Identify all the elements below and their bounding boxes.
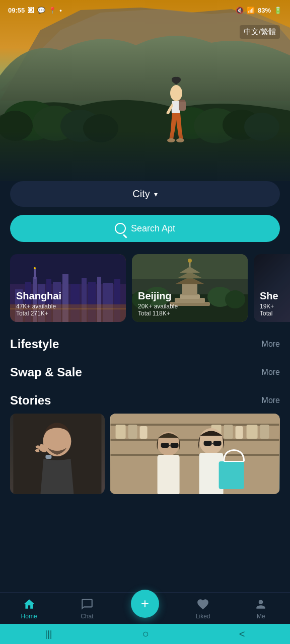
swap-sale-more-button[interactable]: More [262, 368, 280, 377]
stories-section: Stories More [0, 393, 290, 494]
city-dropdown-arrow: ▾ [154, 190, 158, 198]
add-button[interactable]: + [131, 590, 159, 618]
svg-rect-54 [110, 454, 279, 456]
stories-more-button[interactable]: More [262, 396, 280, 405]
shanghai-available: 47K+ available [16, 303, 61, 310]
svg-rect-49 [45, 455, 51, 459]
liked-label: Liked [196, 613, 210, 620]
svg-rect-59 [224, 425, 233, 439]
battery-icon: 🔋 [274, 7, 282, 14]
shanghai-total: Total 271K+ [16, 310, 61, 317]
stories-title: Stories [10, 393, 51, 408]
beijing-name: Beijing [138, 290, 178, 302]
city-card-shanghai[interactable]: Shanghai 47K+ available Total 271K+ [10, 254, 126, 322]
beijing-card-content: Beijing 20K+ available Total 118K+ [138, 290, 178, 317]
svg-rect-55 [115, 425, 125, 439]
she-total: Total [260, 310, 278, 317]
hero-section: 中文/繁體 [0, 0, 290, 191]
swap-sale-section: Swap & Sale More [0, 365, 290, 379]
story-card-women[interactable] [110, 414, 280, 494]
svg-point-45 [225, 290, 245, 308]
swap-sale-header: Swap & Sale More [10, 365, 280, 379]
she-card-content: She 19K+ Total [260, 290, 278, 317]
svg-point-10 [170, 85, 182, 101]
location-icon: 📍 [48, 7, 56, 14]
lifestyle-title: Lifestyle [10, 337, 59, 351]
swap-sale-title: Swap & Sale [10, 365, 82, 379]
svg-rect-71 [213, 441, 221, 446]
nav-liked[interactable]: Liked [174, 598, 232, 620]
photo-icon: 🖼 [28, 7, 34, 14]
system-pause-icon[interactable]: ||| [45, 629, 52, 639]
chat-icon [81, 598, 94, 611]
home-icon [23, 598, 36, 611]
status-left: 09:55 🖼 💬 📍 • [8, 7, 62, 14]
svg-rect-60 [235, 426, 243, 439]
stories-header: Stories More [10, 393, 280, 408]
chat-label: Chat [81, 613, 93, 620]
svg-rect-62 [260, 425, 269, 439]
search-button-label: Search Apt [131, 223, 175, 234]
svg-rect-64 [157, 455, 179, 494]
status-bar: 09:55 🖼 💬 📍 • 🔇 📶 83% 🔋 [0, 0, 290, 20]
stories-grid [10, 414, 280, 494]
svg-rect-39 [182, 284, 197, 295]
me-label: Me [257, 613, 265, 620]
city-label: City [132, 188, 150, 200]
shanghai-name: Shanghai [16, 290, 61, 302]
svg-rect-61 [246, 425, 257, 439]
svg-rect-11 [179, 101, 186, 111]
svg-rect-57 [139, 426, 147, 439]
svg-rect-56 [128, 425, 137, 439]
svg-rect-65 [161, 443, 169, 448]
time: 09:55 [8, 7, 25, 14]
svg-rect-70 [203, 441, 211, 446]
nav-add: + [116, 600, 174, 618]
city-card-she[interactable]: She 19K+ Total [254, 254, 290, 322]
she-name: She [260, 290, 278, 302]
message-icon: 💬 [37, 7, 45, 14]
home-label: Home [21, 613, 37, 620]
city-card-beijing[interactable]: Beijing 20K+ available Total 118K+ [132, 254, 248, 322]
battery-text: 83% [258, 7, 271, 14]
dot-icon: • [59, 7, 62, 14]
main-content: City ▾ Search Apt [0, 181, 290, 558]
svg-rect-46 [132, 254, 248, 279]
nav-me[interactable]: Me [232, 598, 290, 620]
me-icon [254, 598, 267, 611]
svg-rect-53 [110, 439, 279, 441]
city-cards-container: Shanghai 47K+ available Total 271K+ [0, 254, 290, 322]
language-switch[interactable]: 中文/繁體 [240, 25, 280, 39]
city-selector[interactable]: City ▾ [10, 181, 280, 207]
svg-rect-66 [170, 443, 178, 448]
beijing-total: Total 118K+ [138, 310, 178, 317]
lifestyle-more-button[interactable]: More [262, 340, 280, 349]
lifestyle-section: Lifestyle More [0, 337, 290, 351]
city-cards-list: Shanghai 47K+ available Total 271K+ [10, 254, 290, 322]
system-back-icon[interactable]: < [239, 628, 245, 640]
search-icon [115, 223, 126, 234]
search-apt-button[interactable]: Search Apt [10, 215, 280, 242]
status-right: 🔇 📶 83% 🔋 [236, 7, 282, 14]
shanghai-card-content: Shanghai 47K+ available Total 271K+ [16, 290, 61, 317]
svg-rect-12 [179, 100, 185, 102]
lifestyle-header: Lifestyle More [10, 337, 280, 351]
story-card-man[interactable] [10, 414, 105, 494]
she-available: 19K+ [260, 303, 278, 310]
svg-rect-73 [219, 461, 244, 489]
svg-point-32 [34, 267, 36, 269]
add-icon: + [141, 597, 149, 611]
system-nav: ||| ○ < [0, 624, 290, 644]
nav-home[interactable]: Home [0, 598, 58, 620]
mute-icon: 🔇 [236, 7, 244, 14]
liked-icon [196, 598, 209, 611]
beijing-available: 20K+ available [138, 303, 178, 310]
nav-chat[interactable]: Chat [58, 598, 116, 620]
svg-rect-20 [34, 269, 36, 279]
system-home-icon[interactable]: ○ [142, 627, 149, 640]
wifi-icon: 📶 [247, 7, 255, 14]
bottom-nav: Home Chat + Liked Me [0, 592, 290, 624]
